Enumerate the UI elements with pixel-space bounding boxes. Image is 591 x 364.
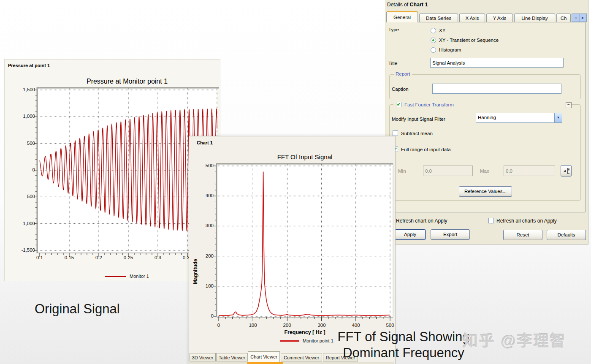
subtract-mean-checkbox[interactable]: ✔	[393, 130, 398, 136]
radio-xy-label[interactable]: XY	[439, 28, 445, 33]
fft-caption: FFT of Signal Showing Dominant Frequency	[333, 329, 474, 361]
pressure-x-tick-label: 0.25	[120, 255, 137, 260]
radio-xy-transient-label[interactable]: XY - Transient or Sequence	[439, 38, 499, 43]
refresh-all-checkbox[interactable]: ✔	[488, 218, 494, 223]
watermark: 知乎 @李理智	[463, 329, 567, 350]
pressure-chart-window: Pressure at point 1 Pressure at Monitor …	[4, 59, 220, 281]
report-group-label: Report	[394, 71, 412, 76]
fft-caption-line2: Dominant Frequency	[333, 345, 474, 361]
pressure-legend-label: Monitor 1	[130, 274, 149, 279]
fft-caption-line1: FFT of Signal Showing	[333, 329, 474, 345]
tab-scroll-arrows: ◄ ►	[572, 14, 587, 22]
fft-checkbox[interactable]: ✔	[396, 102, 401, 107]
pressure-legend-line-swatch	[105, 276, 126, 277]
min-label: Min	[398, 168, 406, 174]
title-field-input[interactable]	[430, 58, 564, 68]
pressure-window-header: Pressure at point 1	[8, 63, 50, 68]
filter-dropdown-value: Hanning	[478, 115, 496, 120]
pressure-y-tick-label: -1,000	[7, 221, 35, 226]
pressure-x-tick-label: 0.15	[61, 255, 78, 260]
fft-window-header: Chart 1	[197, 140, 213, 145]
range-selector-button[interactable]: ◄	[561, 165, 572, 177]
title-field-label: Title	[388, 61, 397, 66]
radio-dot-icon	[432, 39, 434, 41]
fft-legend-line-swatch	[280, 340, 299, 342]
fft-x-tick-label: 500	[382, 323, 398, 328]
fft-y-tick-label: 400	[192, 193, 214, 198]
radio-histogram[interactable]	[431, 47, 436, 53]
fft-x-tick-label: 400	[348, 323, 363, 328]
subtract-mean-label[interactable]: Subtract mean	[401, 131, 433, 136]
type-label: Type	[388, 27, 399, 32]
refresh-chart-label: Refresh chart on Apply	[396, 218, 447, 224]
details-panel: Details of Chart 1 General Data Series X…	[385, 0, 588, 244]
pressure-y-tick-label: 1,000	[7, 114, 35, 119]
export-button[interactable]: Export	[431, 229, 470, 240]
pressure-y-tick-label: -500	[7, 194, 35, 199]
tab-chart-truncated[interactable]: Ch	[556, 14, 571, 22]
pressure-plot	[5, 60, 220, 281]
fft-group-label[interactable]: Fast Fourier Transform	[404, 102, 454, 107]
pressure-legend: Monitor 1	[105, 274, 149, 279]
check-icon: ✔	[396, 102, 401, 107]
radio-histogram-label[interactable]: Histogram	[439, 47, 461, 52]
viewer-tab-chart[interactable]: Chart Viewer	[248, 351, 280, 362]
pressure-y-tick-label: -1,500	[7, 247, 35, 253]
viewer-tab-3d[interactable]: 3D Viewer	[190, 353, 216, 361]
fft-x-tick-label: 300	[314, 323, 329, 328]
viewer-tab-active-indicator	[247, 362, 283, 364]
filter-label: Modify Input Signal Filter	[392, 117, 445, 122]
pressure-chart-title: Pressure at Monitor point 1	[38, 78, 216, 85]
caption-input[interactable]	[432, 84, 561, 94]
tab-scroll-right-icon[interactable]: ►	[579, 14, 587, 22]
details-title-object: Chart 1	[409, 2, 428, 8]
pressure-y-tick-label: 1,500	[7, 87, 35, 92]
fft-collapse-button[interactable]: −	[566, 102, 572, 108]
pressure-x-tick-label: 0.1	[31, 255, 48, 260]
original-signal-caption: Original Signal	[35, 302, 120, 317]
tab-scroll-left-icon[interactable]: ◄	[572, 14, 579, 22]
fft-chart-title: FFT Of Input Signal	[219, 153, 391, 160]
tab-general[interactable]: General	[386, 11, 418, 22]
pressure-y-tick-label: 500	[7, 141, 35, 146]
filter-dropdown[interactable]: Hanning ▼	[476, 113, 562, 123]
reset-button[interactable]: Reset	[503, 230, 542, 240]
max-input[interactable]	[504, 166, 555, 176]
fft-legend-label: Monitor point 1	[303, 338, 333, 343]
tab-x-axis[interactable]: X Axis	[459, 14, 485, 22]
viewer-tab-comment[interactable]: Comment Viewer	[281, 353, 322, 361]
fft-y-tick-label: 0	[192, 313, 214, 318]
refresh-all-label[interactable]: Refresh all charts on Apply	[496, 218, 557, 224]
tab-data-series[interactable]: Data Series	[419, 14, 458, 22]
fft-legend: Monitor point 1	[280, 338, 333, 343]
min-input[interactable]	[423, 166, 473, 176]
viewer-tab-table[interactable]: Table Viewer	[216, 353, 248, 361]
fft-x-tick-label: 200	[279, 323, 295, 328]
details-title-prefix: Details of	[387, 2, 408, 8]
details-panel-title: Details of Chart 1	[387, 2, 428, 8]
viewer-tab-strip	[189, 362, 394, 364]
cfd-post-screenshot: Pressure at point 1 Pressure at Monitor …	[0, 0, 591, 364]
pressure-y-tick-label: 0	[7, 167, 35, 172]
tab-y-axis[interactable]: Y Axis	[486, 14, 513, 22]
fft-x-tick-label: 0	[211, 323, 226, 328]
reference-values-button[interactable]: Reference Values...	[459, 186, 512, 197]
radio-xy-transient[interactable]	[431, 38, 436, 43]
pressure-x-tick-label: 0.2	[90, 255, 107, 260]
caption-label: Caption	[392, 87, 409, 92]
radio-xy[interactable]	[431, 28, 436, 33]
dropdown-arrow-icon[interactable]: ▼	[554, 113, 562, 122]
full-range-label[interactable]: Full range of input data	[401, 147, 451, 152]
pressure-x-tick-label: 0.3	[149, 255, 166, 260]
fft-y-tick-label: 500	[192, 163, 214, 168]
pressure-axis-labels: 1,5001,0005000-500-1,000-1,5000.10.150.2…	[5, 60, 220, 281]
max-label: Max	[480, 168, 489, 174]
fft-y-axis-title: Magnitude	[192, 217, 198, 284]
range-arrow-icon: ◄	[563, 169, 567, 173]
apply-button[interactable]: Apply	[395, 229, 426, 240]
fft-x-tick-label: 100	[245, 323, 260, 328]
tab-line-display[interactable]: Line Display	[514, 14, 555, 22]
range-ruler-icon	[567, 168, 569, 174]
defaults-button[interactable]: Defaults	[547, 230, 586, 240]
